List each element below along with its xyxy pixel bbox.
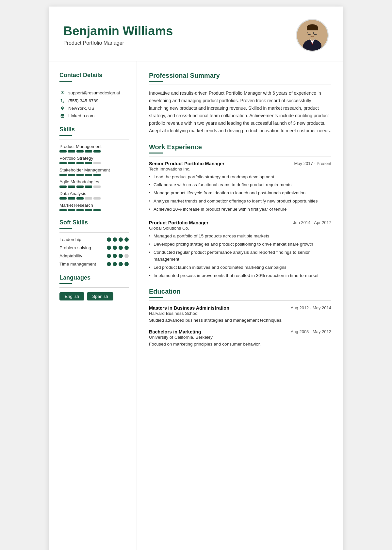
skill-segment-filled	[68, 197, 75, 200]
jobs-list: Senior Product Portfolio ManagerMay 2017…	[149, 161, 331, 279]
svg-rect-7	[307, 27, 318, 30]
soft-skills-divider	[59, 232, 129, 233]
skill-segment-filled	[59, 174, 67, 176]
language-tag: English	[59, 292, 84, 300]
job-dates: May 2017 - Present	[294, 161, 331, 166]
education-underline	[149, 297, 163, 298]
soft-skill-name: Problem-solving	[59, 245, 91, 250]
work-experience-section: Work Experience Senior Product Portfolio…	[149, 143, 331, 279]
skill-segment-filled	[93, 150, 101, 153]
dot-filled	[107, 254, 111, 258]
skill-segment-filled	[68, 174, 75, 176]
skill-bar	[59, 162, 129, 164]
list-item: Senior Product Portfolio ManagerMay 2017…	[149, 161, 331, 213]
skill-segment-filled	[59, 162, 67, 164]
svg-point-13	[306, 32, 308, 35]
list-item: Product Portfolio ManagerJun 2014 - Apr …	[149, 220, 331, 279]
soft-skills-title: Soft Skills	[59, 219, 129, 226]
edu-school: University of California, Berkeley	[149, 335, 331, 340]
skill-segment-filled	[76, 150, 84, 153]
contact-title: Contact Details	[59, 72, 129, 79]
list-item: (555) 345-6789	[59, 98, 129, 103]
list-item: LinkedIn.com	[59, 113, 129, 118]
skill-bar	[59, 150, 129, 153]
linkedin-icon	[59, 114, 65, 118]
education-divider	[149, 300, 331, 301]
soft-skills-list: LeadershipProblem-solvingAdaptabilityTim…	[59, 237, 129, 267]
list-item: Stakeholder Management	[59, 168, 129, 176]
summary-title: Professional Summary	[149, 72, 331, 79]
skill-name: Stakeholder Management	[59, 168, 129, 172]
work-underline	[149, 153, 163, 154]
sidebar: Contact Details ✉ support@resumedesign.a…	[49, 61, 137, 550]
job-header: Product Portfolio ManagerJun 2014 - Apr …	[149, 220, 331, 225]
work-divider	[149, 156, 331, 156]
job-bullets: Managed a portfolio of 15 products acros…	[149, 233, 331, 279]
contact-list: ✉ support@resumedesign.ai (555) 345-6789	[59, 90, 129, 118]
job-company: Tech Innovations Inc.	[149, 167, 331, 171]
languages-underline	[59, 283, 72, 284]
list-item: Bachelors in MarketingAug 2008 - May 201…	[149, 329, 331, 348]
contact-divider	[59, 85, 129, 85]
skill-name: Data Analysis	[59, 191, 129, 196]
dot-filled	[113, 237, 117, 242]
list-item: Problem-solving	[59, 245, 129, 250]
skills-list: Product ManagementPortfolio StrategyStak…	[59, 144, 129, 211]
contact-phone: (555) 345-6789	[68, 98, 98, 103]
job-bullets: Lead the product portfolio strategy and …	[149, 174, 331, 213]
soft-skill-dots	[107, 262, 129, 266]
dot-filled	[124, 262, 129, 266]
job-title: Senior Product Portfolio Manager	[149, 161, 224, 166]
languages-section: Languages EnglishSpanish	[59, 274, 129, 300]
skill-bar	[59, 209, 129, 211]
skill-segment-filled	[85, 209, 92, 211]
dot-filled	[107, 237, 111, 242]
dot-empty	[124, 254, 129, 258]
skill-segment-filled	[85, 174, 92, 176]
work-title: Work Experience	[149, 143, 331, 151]
list-item: Product Management	[59, 144, 129, 153]
phone-icon	[59, 99, 65, 103]
list-item: Data Analysis	[59, 191, 129, 200]
skills-section: Skills Product ManagementPortfolio Strat…	[59, 126, 129, 211]
list-item: Manage product lifecycle from ideation t…	[149, 190, 331, 197]
soft-skill-dots	[107, 246, 129, 250]
list-item: Agile Methodologies	[59, 179, 129, 188]
skill-segment-filled	[85, 162, 92, 164]
soft-skill-dots	[107, 237, 129, 242]
dot-filled	[124, 237, 129, 242]
list-item: Leadership	[59, 237, 129, 242]
skills-divider	[59, 139, 129, 139]
skill-segment-filled	[68, 209, 75, 211]
dot-filled	[113, 262, 117, 266]
edu-header: Masters in Business AdministrationAug 20…	[149, 305, 331, 311]
skill-segment-filled	[76, 186, 84, 188]
edu-description: Studied advanced business strategies and…	[149, 317, 331, 324]
list-item: Developed pricing strategies and product…	[149, 241, 331, 248]
edu-header: Bachelors in MarketingAug 2008 - May 201…	[149, 329, 331, 334]
edu-description: Focused on marketing principles and cons…	[149, 341, 331, 348]
candidate-title: Product Portfolio Manager	[63, 40, 296, 46]
edu-dates: Aug 2008 - May 2012	[291, 329, 331, 334]
list-item: Achieved 20% increase in product revenue…	[149, 206, 331, 213]
skill-segment-filled	[85, 150, 92, 153]
summary-underline	[149, 81, 163, 82]
list-item: ✉ support@resumedesign.ai	[59, 90, 129, 96]
header: Benjamin Williams Product Portfolio Mana…	[49, 7, 343, 61]
skill-name: Agile Methodologies	[59, 179, 129, 184]
soft-skill-name: Time management	[59, 262, 96, 267]
languages-divider	[59, 287, 129, 288]
soft-skill-name: Adaptability	[59, 253, 82, 258]
skill-segment-filled	[76, 197, 84, 200]
skill-bar	[59, 186, 129, 188]
email-icon: ✉	[59, 90, 65, 96]
header-left: Benjamin Williams Product Portfolio Mana…	[63, 24, 296, 46]
skill-name: Product Management	[59, 144, 129, 149]
education-list: Masters in Business AdministrationAug 20…	[149, 305, 331, 348]
dot-filled	[113, 254, 117, 258]
skill-segment-empty	[93, 162, 101, 164]
dot-filled	[113, 246, 117, 250]
dot-filled	[119, 254, 123, 258]
skill-segment-filled	[93, 174, 101, 176]
dot-filled	[119, 237, 123, 242]
